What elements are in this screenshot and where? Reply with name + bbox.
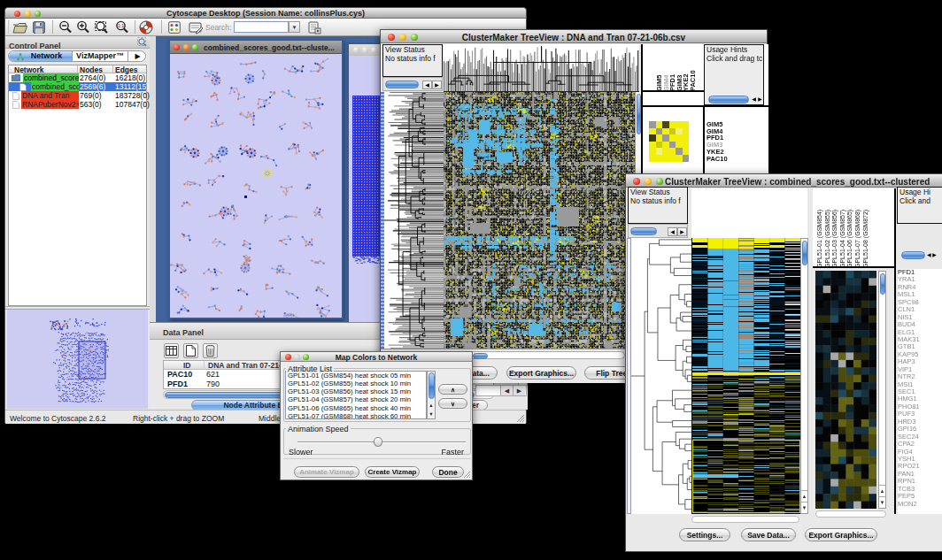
- svg-text:1:1: 1:1: [118, 23, 124, 28]
